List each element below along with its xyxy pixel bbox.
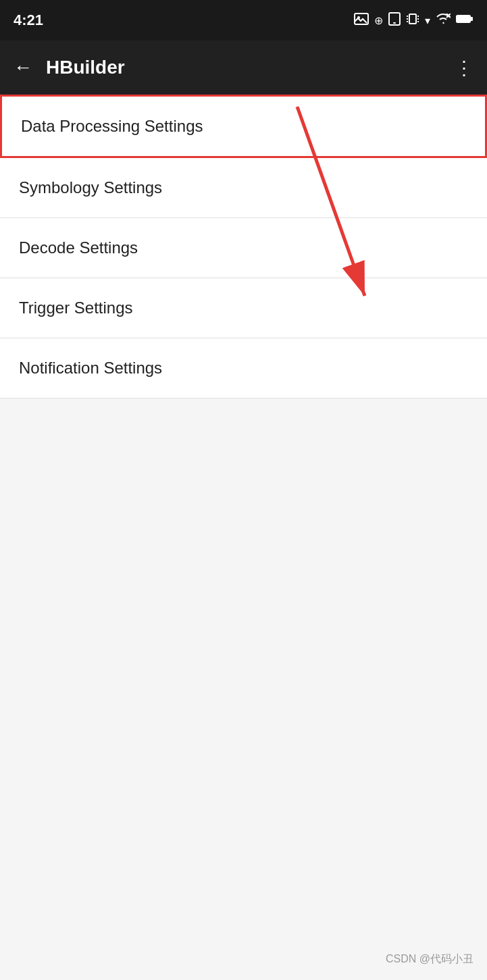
status-icons: ⊕ ▾ — [354, 12, 473, 28]
menu-item-symbology[interactable]: Symbology Settings — [0, 158, 487, 218]
menu-list: Data Processing Settings Symbology Setti… — [0, 95, 487, 398]
menu-item-notification[interactable]: Notification Settings — [0, 338, 487, 398]
battery-icon — [456, 14, 473, 26]
vibrate-icon — [406, 12, 419, 28]
tablet-icon — [388, 12, 401, 28]
back-button[interactable]: ← — [14, 57, 32, 78]
menu-item-label: Decode Settings — [19, 238, 138, 257]
menu-item-data-processing[interactable]: Data Processing Settings — [0, 95, 487, 158]
status-bar: 4:21 ⊕ ▾ — [0, 0, 487, 41]
menu-item-label: Symbology Settings — [19, 178, 162, 197]
svg-rect-4 — [409, 14, 416, 24]
svg-rect-15 — [457, 16, 469, 22]
image-icon — [354, 13, 369, 28]
menu-item-label: Trigger Settings — [19, 299, 133, 317]
svg-rect-14 — [470, 17, 473, 21]
app-bar-left: ← HBuilder — [14, 57, 125, 78]
app-title: HBuilder — [46, 57, 125, 78]
wifi-x-icon — [436, 14, 451, 27]
svg-rect-3 — [393, 22, 396, 24]
menu-item-label: Data Processing Settings — [21, 117, 203, 135]
more-options-button[interactable]: ⋮ — [455, 57, 473, 79]
signal-down-icon: ▾ — [425, 14, 430, 27]
watermark: CSDN @代码小丑 — [386, 952, 473, 966]
menu-item-trigger[interactable]: Trigger Settings — [0, 278, 487, 338]
at-icon: ⊕ — [374, 14, 383, 27]
app-bar: ← HBuilder ⋮ — [0, 41, 487, 95]
status-time: 4:21 — [14, 11, 43, 29]
menu-item-decode[interactable]: Decode Settings — [0, 218, 487, 278]
menu-item-label: Notification Settings — [19, 359, 162, 377]
